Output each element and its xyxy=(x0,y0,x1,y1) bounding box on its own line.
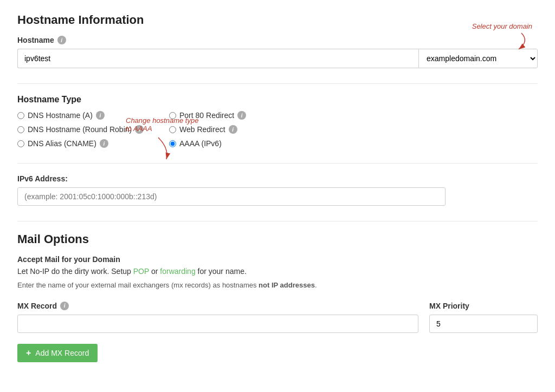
radio-aaaa-label: AAAA (IPv6) xyxy=(179,139,222,148)
hostname-info-section: Hostname Information Hostname i Select y… xyxy=(17,13,538,68)
divider-2 xyxy=(17,163,538,164)
radio-dns-round-robin[interactable]: DNS Hostname (Round Robin) i xyxy=(17,125,158,134)
radio-dns-round-robin-label: DNS Hostname (Round Robin) xyxy=(28,125,132,134)
port80-info-icon[interactable]: i xyxy=(237,111,246,120)
hostname-label: Hostname xyxy=(17,36,54,44)
radio-dns-cname-label: DNS Alias (CNAME) xyxy=(28,139,96,148)
mail-accept-title: Accept Mail for your Domain xyxy=(17,255,120,264)
mail-or-text: or xyxy=(149,267,160,276)
mail-pop-link[interactable]: POP xyxy=(133,267,149,276)
mail-notice-text: Enter the name of your external mail exc… xyxy=(17,281,256,289)
radio-dns-a-input[interactable] xyxy=(17,112,24,119)
add-mx-record-button[interactable]: + Add MX Record xyxy=(17,344,98,362)
dns-a-info-icon[interactable]: i xyxy=(96,111,105,120)
ipv6-input[interactable] xyxy=(17,187,446,206)
hostname-type-col-left: DNS Hostname (A) i DNS Hostname (Round R… xyxy=(17,111,158,148)
radio-dns-a-label: DNS Hostname (A) xyxy=(28,111,93,120)
ipv6-label-row: IPv6 Address: xyxy=(17,174,538,183)
mail-options-section: Mail Options Accept Mail for your Domain… xyxy=(17,232,538,362)
mail-description-text: Let No-IP do the dirty work. Setup xyxy=(17,267,133,276)
hostname-input-row: exampledomain.com xyxy=(17,49,538,68)
radio-web-redirect-label: Web Redirect xyxy=(179,125,225,134)
page-title: Hostname Information xyxy=(17,13,538,27)
divider-3 xyxy=(17,221,538,221)
web-redirect-info-icon[interactable]: i xyxy=(229,125,237,134)
mail-options-title: Mail Options xyxy=(17,232,538,246)
plus-icon: + xyxy=(26,348,31,358)
mx-priority-label-row: MX Priority xyxy=(429,302,538,310)
mail-notice-bold: not IP addresses xyxy=(259,281,315,289)
hostname-type-col-right: Port 80 Redirect i Web Redirect i AAAA (… xyxy=(158,111,538,148)
domain-select[interactable]: exampledomain.com xyxy=(418,49,538,68)
mx-priority-label: MX Priority xyxy=(429,302,469,310)
divider-1 xyxy=(17,83,538,84)
radio-dns-cname-input[interactable] xyxy=(17,140,24,147)
radio-dns-cname[interactable]: DNS Alias (CNAME) i xyxy=(17,139,158,148)
mx-priority-col: MX Priority xyxy=(429,302,538,333)
radio-web-redirect[interactable]: Web Redirect i xyxy=(169,125,538,134)
radio-dns-round-robin-input[interactable] xyxy=(17,126,24,133)
radio-port80-label: Port 80 Redirect xyxy=(179,111,234,120)
hostname-info-icon[interactable]: i xyxy=(57,36,66,44)
mx-record-label-row: MX Record i xyxy=(17,302,418,310)
mail-forwarding-link[interactable]: forwarding xyxy=(160,267,195,276)
radio-aaaa-input[interactable] xyxy=(169,140,176,147)
radio-web-redirect-input[interactable] xyxy=(169,126,176,133)
dns-round-robin-info-icon[interactable]: i xyxy=(135,125,144,134)
mail-description-end: for your name. xyxy=(196,267,247,276)
mail-notice-end: . xyxy=(315,281,317,289)
add-mx-btn-label: Add MX Record xyxy=(35,349,89,357)
hostname-label-row: Hostname i xyxy=(17,36,538,44)
hostname-type-section: Hostname Type Change hostname typeto AAA… xyxy=(17,95,538,148)
radio-port80[interactable]: Port 80 Redirect i xyxy=(169,111,538,120)
mx-record-input[interactable] xyxy=(17,315,418,333)
dns-cname-info-icon[interactable]: i xyxy=(100,139,108,148)
hostname-type-grid: DNS Hostname (A) i DNS Hostname (Round R… xyxy=(17,111,538,148)
hostname-input[interactable] xyxy=(17,49,418,68)
mail-description: Let No-IP do the dirty work. Setup POP o… xyxy=(17,267,538,276)
radio-port80-input[interactable] xyxy=(169,112,176,119)
ipv6-section: IPv6 Address: xyxy=(17,174,538,206)
mx-priority-input[interactable] xyxy=(429,315,538,333)
mx-record-label: MX Record xyxy=(17,302,57,310)
mx-record-row: MX Record i MX Priority xyxy=(17,302,538,333)
mx-record-info-icon[interactable]: i xyxy=(60,302,69,310)
ipv6-label: IPv6 Address: xyxy=(17,174,68,183)
radio-dns-a[interactable]: DNS Hostname (A) i xyxy=(17,111,158,120)
hostname-type-title: Hostname Type xyxy=(17,95,538,104)
radio-aaaa[interactable]: AAAA (IPv6) xyxy=(169,139,538,148)
mx-record-col: MX Record i xyxy=(17,302,418,333)
mail-notice: Enter the name of your external mail exc… xyxy=(17,280,538,291)
page-container: Hostname Information Hostname i Select y… xyxy=(17,13,538,362)
